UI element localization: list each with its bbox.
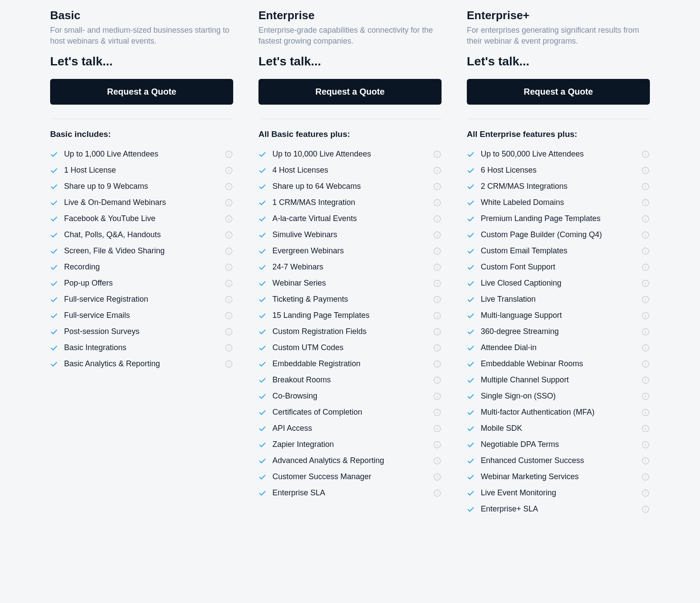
info-icon[interactable] [224,327,233,336]
feature-label: Multi-language Support [481,311,641,320]
request-quote-button[interactable]: Request a Quote [467,79,650,105]
feature-label: Live Translation [481,295,641,304]
info-icon[interactable] [641,166,650,175]
info-icon[interactable] [641,392,650,401]
feature-item: Live Closed Captioning [467,275,650,291]
info-icon[interactable] [641,376,650,385]
info-icon[interactable] [433,295,442,304]
feature-label: Embeddable Webinar Rooms [481,359,641,368]
info-icon[interactable] [224,182,233,191]
info-icon[interactable] [641,279,650,288]
svg-point-56 [437,217,437,218]
info-icon[interactable] [433,182,442,191]
info-icon[interactable] [433,263,442,272]
check-icon [467,473,475,481]
info-icon[interactable] [641,344,650,352]
info-icon[interactable] [224,166,233,175]
feature-label: Webinar Series [272,279,433,288]
info-icon[interactable] [433,327,442,336]
info-icon[interactable] [433,279,442,288]
svg-point-35 [228,330,229,330]
feature-item: Simulive Webinars [258,227,442,243]
info-icon[interactable] [433,440,442,449]
feature-item: 2 CRM/MAS Integrations [467,178,650,194]
feature-label: Attendee Dial-in [481,343,641,352]
info-icon[interactable] [641,457,650,465]
info-icon[interactable] [224,263,233,272]
info-icon[interactable] [641,327,650,336]
svg-point-26 [228,282,229,282]
svg-point-137 [645,298,646,298]
plan-description: For small- and medium-sized businesses s… [50,25,233,47]
info-icon[interactable] [224,295,233,304]
request-quote-button[interactable]: Request a Quote [50,79,233,105]
info-icon[interactable] [641,295,650,304]
check-icon [50,247,58,255]
feature-label: Full-service Emails [64,311,224,320]
info-icon[interactable] [433,360,442,368]
svg-point-116 [645,185,646,185]
info-icon[interactable] [641,231,650,239]
check-icon [50,215,58,223]
info-icon[interactable] [641,198,650,207]
feature-item: Facebook & YouTube Live [50,211,233,227]
info-icon[interactable] [433,457,442,465]
info-icon[interactable] [641,505,650,514]
feature-item: Multiple Channel Support [467,372,650,388]
check-icon [258,279,266,287]
info-icon[interactable] [224,279,233,288]
info-icon[interactable] [641,150,650,159]
check-icon [467,360,475,368]
info-icon[interactable] [224,231,233,239]
check-icon [467,199,475,207]
info-icon[interactable] [433,473,442,481]
feature-item: Screen, File & Video Sharing [50,243,233,259]
info-icon[interactable] [224,360,233,368]
info-icon[interactable] [433,198,442,207]
features-heading: All Basic features plus: [258,129,442,139]
feature-item: Multi-factor Authentication (MFA) [467,404,650,420]
info-icon[interactable] [641,408,650,417]
info-icon[interactable] [224,150,233,159]
feature-item: Embeddable Webinar Rooms [467,356,650,372]
info-icon[interactable] [641,311,650,320]
info-icon[interactable] [641,247,650,256]
info-icon[interactable] [641,424,650,433]
info-icon[interactable] [224,215,233,223]
feature-item: 24-7 Webinars [258,259,442,275]
info-icon[interactable] [433,408,442,417]
info-icon[interactable] [224,311,233,320]
feature-label: Enhanced Customer Success [481,456,641,465]
info-icon[interactable] [641,215,650,223]
info-icon[interactable] [433,344,442,352]
info-icon[interactable] [433,392,442,401]
info-icon[interactable] [641,489,650,497]
feature-label: Customer Success Manager [272,472,433,481]
info-icon[interactable] [641,263,650,272]
info-icon[interactable] [433,489,442,497]
info-icon[interactable] [641,440,650,449]
info-icon[interactable] [433,231,442,239]
info-icon[interactable] [641,360,650,368]
info-icon[interactable] [433,150,442,159]
info-icon[interactable] [433,215,442,223]
svg-point-23 [228,266,229,266]
info-icon[interactable] [433,166,442,175]
info-icon[interactable] [224,198,233,207]
info-icon[interactable] [433,424,442,433]
info-icon[interactable] [224,344,233,352]
check-icon [258,312,266,320]
divider [50,119,233,119]
info-icon[interactable] [433,247,442,256]
svg-point-164 [645,443,646,443]
request-quote-button[interactable]: Request a Quote [258,79,442,105]
info-icon[interactable] [641,473,650,481]
svg-point-8 [228,185,229,185]
check-icon [467,441,475,449]
check-icon [467,392,475,400]
info-icon[interactable] [641,182,650,191]
info-icon[interactable] [433,376,442,385]
info-icon[interactable] [433,311,442,320]
info-icon[interactable] [224,247,233,256]
check-icon [258,199,266,207]
